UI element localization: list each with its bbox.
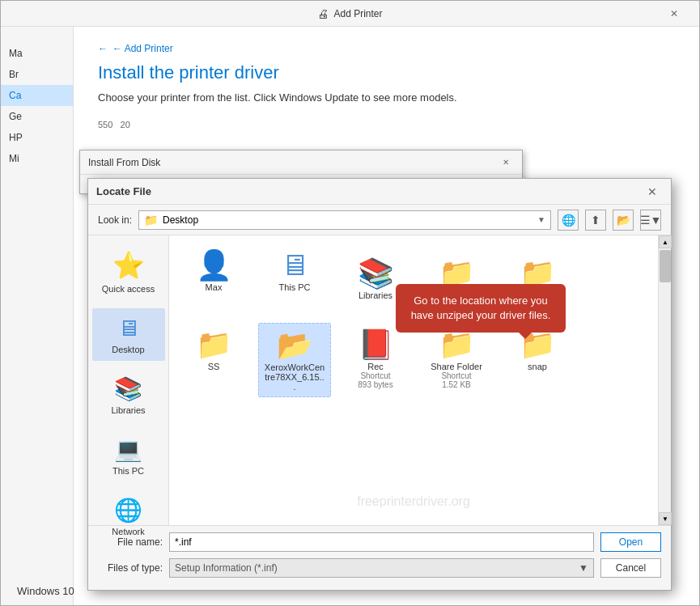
file-item-this-pc[interactable]: 🖥 This PC xyxy=(258,244,331,315)
table-header-row: 550 20 xyxy=(98,120,675,129)
file-item-share-sub1: Shortcut xyxy=(441,371,471,380)
max-person-icon: 👤 xyxy=(196,248,232,282)
thispc-icon: 💻 xyxy=(114,436,142,463)
libraries-icon: 📚 xyxy=(114,375,142,402)
toolbar-up-btn[interactable]: ⬆ xyxy=(585,210,606,231)
file-item-snap-name: snap xyxy=(528,362,547,371)
file-item-share-name: Share Folder xyxy=(431,362,482,371)
filetype-label: Files of type: xyxy=(98,562,163,574)
scroll-arrow-up[interactable]: ▲ xyxy=(659,235,672,248)
file-item-share-sub2: 1.52 KB xyxy=(442,380,471,389)
nav-item-this-pc[interactable]: 💻 This PC xyxy=(92,430,165,482)
add-printer-title: 🖨 Add Printer xyxy=(317,7,382,20)
file-item-ss-name: SS xyxy=(208,362,220,371)
look-in-label: Look in: xyxy=(98,214,132,226)
add-printer-titlebar: 🖨 Add Printer ✕ xyxy=(1,1,699,27)
nav-item-quick-access-label: Quick access xyxy=(102,284,155,294)
file-item-this-pc-name: This PC xyxy=(278,282,310,292)
toolbar-view-btn[interactable]: ☰▼ xyxy=(640,210,661,231)
install-disk-titlebar: Install From Disk ✕ xyxy=(80,150,522,175)
scrollbar[interactable]: ▲ ▼ xyxy=(658,235,671,525)
watermark: freeprinterdriver.org xyxy=(357,494,470,509)
file-item-max-name: Max xyxy=(206,282,223,292)
look-in-chevron-icon: ▼ xyxy=(537,215,545,224)
filename-input[interactable] xyxy=(169,532,594,552)
open-button-label: Open xyxy=(619,536,643,548)
filename-label: File name: xyxy=(98,536,163,548)
back-label: ← Add Printer xyxy=(112,43,173,54)
cancel-button-label: Cancel xyxy=(616,562,646,574)
file-item-rec-name: Rec xyxy=(367,362,384,371)
file-item-rec-sub1: Shortcut xyxy=(360,371,390,380)
quick-access-icon: ⭐ xyxy=(112,250,145,281)
windows10-label: Windows 10 xyxy=(17,585,74,597)
cancel-button[interactable]: Cancel xyxy=(600,558,661,578)
filetype-value: Setup Information (*.inf) xyxy=(175,562,278,574)
file-item-rec[interactable]: 📕 Rec Shortcut 893 bytes xyxy=(339,323,412,397)
install-disk-close-btn[interactable]: ✕ xyxy=(498,155,514,171)
file-item-max[interactable]: 👤 Max xyxy=(177,244,250,315)
rec-folder-icon: 📕 xyxy=(358,328,394,362)
file-item-rec-sub2: 893 bytes xyxy=(358,380,392,389)
locate-file-toolbar: Look in: 📁 Desktop ▼ 🌐 ⬆ 📂 ☰▼ xyxy=(88,205,671,235)
sidebar-item-ca[interactable]: Ca xyxy=(1,85,73,106)
sidebar-item-mi[interactable]: Mi xyxy=(1,148,73,169)
sidebar-item-ge[interactable]: Ge xyxy=(1,106,73,127)
sidebar-item-hp[interactable]: HP xyxy=(1,127,73,148)
sidebar-item-br[interactable]: Br xyxy=(1,64,73,85)
this-pc-monitor-icon: 🖥 xyxy=(280,248,309,282)
nav-item-libraries[interactable]: 📚 Libraries xyxy=(92,369,165,422)
nav-item-desktop[interactable]: 🖥 Desktop xyxy=(92,308,165,361)
filetype-chevron-icon: ▼ xyxy=(579,562,588,574)
locate-file-title: Locate File xyxy=(96,185,151,197)
look-in-folder-icon: 📁 xyxy=(144,214,158,227)
back-button[interactable]: ← ← Add Printer xyxy=(98,43,675,54)
tooltip-text: Go to the location where you have unzipe… xyxy=(411,295,551,321)
nav-item-quick-access[interactable]: ⭐ Quick access xyxy=(92,244,165,300)
tooltip-balloon: Go to the location where you have unzipe… xyxy=(396,284,566,333)
locate-file-close-btn[interactable]: ✕ xyxy=(642,181,663,202)
libraries-folder-icon: 📚 xyxy=(358,256,394,290)
printer-icon: 🖨 xyxy=(317,7,329,20)
filename-row: File name: Open xyxy=(98,532,661,552)
file-area: Go to the location where you have unzipe… xyxy=(169,235,658,525)
ss-folder-icon: 📁 xyxy=(196,328,232,362)
file-item-libraries-name: Libraries xyxy=(358,290,392,300)
file-item-xerox[interactable]: 📂 XeroxWorkCentre78XX_6.15... xyxy=(258,323,331,397)
toolbar-web-btn[interactable]: 🌐 xyxy=(558,210,579,231)
look-in-dropdown[interactable]: 📁 Desktop ▼ xyxy=(138,210,551,230)
description-text: Choose your printer from the list. Click… xyxy=(98,91,675,104)
desktop-icon: 🖥 xyxy=(117,315,140,341)
add-printer-title-text: Add Printer xyxy=(333,8,382,19)
file-item-ss[interactable]: 📁 SS xyxy=(177,323,250,397)
back-arrow-icon: ← xyxy=(98,43,108,54)
locate-file-dialog: Locate File ✕ Look in: 📁 Desktop ▼ 🌐 ⬆ 📂… xyxy=(87,178,672,591)
sidebar-item-ma[interactable]: Ma xyxy=(1,43,73,64)
locate-file-body: ⭐ Quick access 🖥 Desktop 📚 Libraries 💻 T… xyxy=(88,235,671,525)
look-in-value: Desktop xyxy=(163,214,198,226)
nav-item-desktop-label: Desktop xyxy=(112,345,144,354)
install-disk-title: Install From Disk xyxy=(88,157,160,168)
left-nav-panel: ⭐ Quick access 🖥 Desktop 📚 Libraries 💻 T… xyxy=(88,235,169,525)
nav-item-libraries-label: Libraries xyxy=(111,405,145,415)
file-item-share[interactable]: 📁 Share Folder Shortcut 1.52 KB xyxy=(420,323,493,397)
bottom-bar: File name: Open Files of type: Setup Inf… xyxy=(88,525,671,590)
file-item-xerox-name: XeroxWorkCentre78XX_6.15... xyxy=(264,362,325,392)
bg-sidebar: Ma Br Ca Ge HP Mi xyxy=(1,27,74,605)
toolbar-new-folder-btn[interactable]: 📂 xyxy=(613,210,634,231)
nav-item-this-pc-label: This PC xyxy=(112,466,144,476)
filetype-dropdown[interactable]: Setup Information (*.inf) ▼ xyxy=(169,558,594,578)
file-item-snap[interactable]: 📁 snap xyxy=(501,323,574,397)
locate-file-titlebar: Locate File ✕ xyxy=(88,179,671,205)
scroll-thumb[interactable] xyxy=(660,250,671,282)
scroll-arrow-down[interactable]: ▼ xyxy=(659,512,672,525)
xerox-folder-icon: 📂 xyxy=(277,328,313,362)
add-printer-close-btn[interactable]: ✕ xyxy=(655,1,693,27)
open-button[interactable]: Open xyxy=(600,532,661,552)
filetype-row: Files of type: Setup Information (*.inf)… xyxy=(98,558,661,578)
network-icon: 🌐 xyxy=(114,497,142,523)
main-title: Install the printer driver xyxy=(98,62,675,83)
share-folder-icon: 📁 xyxy=(439,328,475,362)
